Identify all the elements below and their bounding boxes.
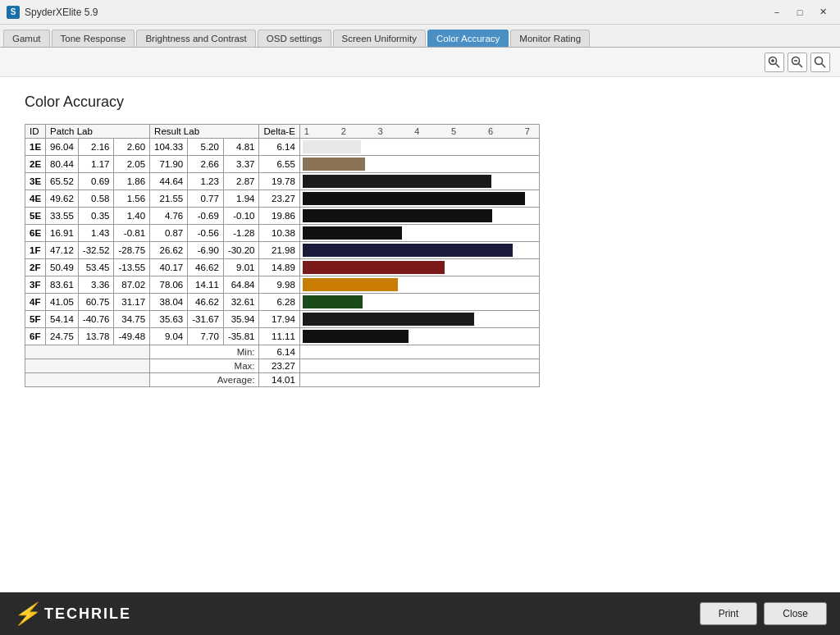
cell-pl2: -32.52 xyxy=(78,242,114,259)
tab-tone-response[interactable]: Tone Response xyxy=(52,30,135,47)
cell-rl2: -0.69 xyxy=(188,208,224,225)
cell-bar xyxy=(299,225,539,242)
svg-line-5 xyxy=(799,63,803,67)
cell-id: 4F xyxy=(25,294,46,311)
close-button[interactable]: ✕ xyxy=(812,4,833,21)
cell-rl3: 4.81 xyxy=(223,139,259,156)
bottom-bar: ⚡ TECHRILE Print Close xyxy=(0,592,840,635)
cell-bar xyxy=(299,190,539,208)
cell-id: 2F xyxy=(25,259,46,276)
cell-rl2: 7.70 xyxy=(188,328,224,345)
cell-rl3: 1.94 xyxy=(223,190,259,208)
cell-rl2: 46.62 xyxy=(188,259,224,276)
cell-delta: 19.78 xyxy=(259,173,299,190)
cell-id: 5E xyxy=(25,208,46,225)
cell-rl3: 3.37 xyxy=(223,156,259,173)
cell-pl2: 3.36 xyxy=(78,276,114,294)
zoom-fit-button[interactable] xyxy=(810,53,830,72)
cell-id: 2E xyxy=(25,156,46,173)
cell-pl2: 1.43 xyxy=(78,225,114,242)
maximize-button[interactable]: □ xyxy=(789,4,810,21)
zoom-out-button[interactable] xyxy=(788,53,807,72)
tab-osd-settings[interactable]: OSD settings xyxy=(258,30,331,47)
tab-color-accuracy[interactable]: Color Accuracy xyxy=(427,30,509,47)
tab-monitor-rating[interactable]: Monitor Rating xyxy=(510,30,590,47)
avg-label: Average: xyxy=(150,373,259,387)
cell-pl1: 96.04 xyxy=(46,139,79,156)
table-row: 4F 41.05 60.75 31.17 38.04 46.62 32.61 6… xyxy=(25,294,540,311)
tab-screen-uniformity[interactable]: Screen Uniformity xyxy=(333,30,426,47)
scroll-area[interactable]: Color Accuracy ID Patch Lab Result Lab D… xyxy=(0,77,840,592)
tab-bar: GamutTone ResponseBrightness and Contras… xyxy=(0,25,840,48)
cell-pl2: 53.45 xyxy=(78,259,114,276)
cell-delta: 17.94 xyxy=(259,311,299,328)
cell-rl2: 0.77 xyxy=(188,190,224,208)
title-bar: S SpyderXElite 5.9 − □ ✕ xyxy=(0,0,840,25)
table-row: 3E 65.52 0.69 1.86 44.64 1.23 2.87 19.78 xyxy=(25,173,540,190)
cell-delta: 9.98 xyxy=(259,276,299,294)
cell-pl2: 2.16 xyxy=(78,139,114,156)
cell-pl1: 65.52 xyxy=(46,173,79,190)
main-content: Color Accuracy ID Patch Lab Result Lab D… xyxy=(0,77,840,592)
cell-id: 3F xyxy=(25,276,46,294)
cell-pl1: 24.75 xyxy=(46,328,79,345)
min-value: 6.14 xyxy=(259,345,299,359)
cell-rl1: 71.90 xyxy=(150,156,188,173)
cell-rl1: 35.63 xyxy=(150,311,188,328)
cell-pl3: 1.56 xyxy=(114,190,150,208)
app-title: SpyderXElite 5.9 xyxy=(25,7,766,18)
tab-gamut[interactable]: Gamut xyxy=(3,30,50,47)
svg-point-7 xyxy=(815,57,823,64)
cell-pl3: -49.48 xyxy=(114,328,150,345)
cell-delta: 6.14 xyxy=(259,139,299,156)
table-row: 1E 96.04 2.16 2.60 104.33 5.20 4.81 6.14 xyxy=(25,139,540,156)
cell-rl2: 14.11 xyxy=(188,276,224,294)
table-row: 5F 54.14 -40.76 34.75 35.63 -31.67 35.94… xyxy=(25,311,540,328)
print-button[interactable]: Print xyxy=(700,602,758,625)
cell-id: 3E xyxy=(25,173,46,190)
cell-pl2: 1.17 xyxy=(78,156,114,173)
bottom-buttons: Print Close xyxy=(700,602,827,625)
cell-pl1: 50.49 xyxy=(46,259,79,276)
minimize-button[interactable]: − xyxy=(766,4,788,21)
col-header-scale: 1 2 3 4 5 6 7 xyxy=(299,125,539,139)
toolbar xyxy=(0,48,840,77)
cell-pl1: 16.91 xyxy=(46,225,79,242)
table-row: 5E 33.55 0.35 1.40 4.76 -0.69 -0.10 19.8… xyxy=(25,208,540,225)
cell-rl3: -35.81 xyxy=(223,328,259,345)
cell-pl3: 1.40 xyxy=(114,208,150,225)
table-row: 6E 16.91 1.43 -0.81 0.87 -0.56 -1.28 10.… xyxy=(25,225,540,242)
tab-brightness-and-contrast[interactable]: Brightness and Contrast xyxy=(136,30,255,47)
cell-rl3: -30.20 xyxy=(223,242,259,259)
cell-pl3: 2.05 xyxy=(114,156,150,173)
cell-rl1: 78.06 xyxy=(150,276,188,294)
avg-value: 14.01 xyxy=(259,373,299,387)
cell-delta: 6.55 xyxy=(259,156,299,173)
cell-rl1: 0.87 xyxy=(150,225,188,242)
logo-icon: ⚡ xyxy=(13,601,39,627)
cell-rl3: 2.87 xyxy=(223,173,259,190)
table-row: 4E 49.62 0.58 1.56 21.55 0.77 1.94 23.27 xyxy=(25,190,540,208)
zoom-in-button[interactable] xyxy=(765,53,784,72)
min-label: Min: xyxy=(150,345,259,359)
cell-rl2: 2.66 xyxy=(188,156,224,173)
cell-rl1: 40.17 xyxy=(150,259,188,276)
window-controls: − □ ✕ xyxy=(766,4,833,21)
cell-pl2: -40.76 xyxy=(78,311,114,328)
cell-rl2: 5.20 xyxy=(188,139,224,156)
cell-pl3: 87.02 xyxy=(114,276,150,294)
cell-pl3: -0.81 xyxy=(114,225,150,242)
cell-pl2: 0.69 xyxy=(78,173,114,190)
cell-pl3: 31.17 xyxy=(114,294,150,311)
cell-id: 6F xyxy=(25,328,46,345)
cell-bar xyxy=(299,156,539,173)
table-row: 1F 47.12 -32.52 -28.75 26.62 -6.90 -30.2… xyxy=(25,242,540,259)
cell-rl1: 26.62 xyxy=(150,242,188,259)
cell-rl3: 9.01 xyxy=(223,259,259,276)
table-row: 6F 24.75 13.78 -49.48 9.04 7.70 -35.81 1… xyxy=(25,328,540,345)
cell-pl1: 33.55 xyxy=(46,208,79,225)
cell-rl3: 32.61 xyxy=(223,294,259,311)
color-accuracy-table: ID Patch Lab Result Lab Delta-E 1 2 3 4 … xyxy=(25,124,540,387)
cell-rl1: 104.33 xyxy=(150,139,188,156)
close-button[interactable]: Close xyxy=(764,602,827,625)
